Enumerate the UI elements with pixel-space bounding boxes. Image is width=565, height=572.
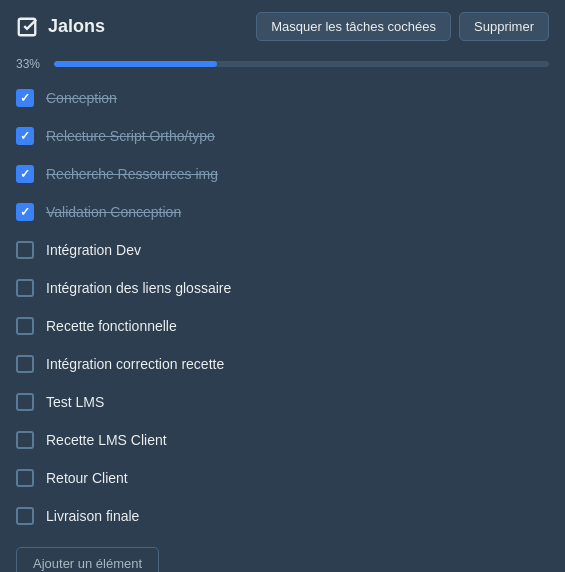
task-item: ✓Validation Conception bbox=[8, 193, 557, 231]
progress-label: 33% bbox=[16, 57, 44, 71]
task-item: ✓Conception bbox=[8, 79, 557, 117]
task-item: ✓Recherche Ressources img bbox=[8, 155, 557, 193]
task-label: Recette fonctionnelle bbox=[46, 318, 177, 334]
hide-checked-button[interactable]: Masquer les tâches cochées bbox=[256, 12, 451, 41]
checkmark-icon: ✓ bbox=[20, 129, 30, 143]
task-label: Intégration des liens glossaire bbox=[46, 280, 231, 296]
header-buttons: Masquer les tâches cochées Supprimer bbox=[256, 12, 549, 41]
milestone-icon bbox=[16, 16, 38, 38]
task-checkbox[interactable] bbox=[16, 469, 34, 487]
task-item: Recette fonctionnelle bbox=[8, 307, 557, 345]
task-checkbox[interactable]: ✓ bbox=[16, 89, 34, 107]
task-item: Intégration correction recette bbox=[8, 345, 557, 383]
page-title: Jalons bbox=[48, 16, 105, 37]
task-label: Recette LMS Client bbox=[46, 432, 167, 448]
delete-button[interactable]: Supprimer bbox=[459, 12, 549, 41]
task-checkbox[interactable] bbox=[16, 431, 34, 449]
header: Jalons Masquer les tâches cochées Suppri… bbox=[0, 0, 565, 53]
checkmark-icon: ✓ bbox=[20, 91, 30, 105]
header-left: Jalons bbox=[16, 16, 105, 38]
task-item: Livraison finale bbox=[8, 497, 557, 535]
task-checkbox[interactable] bbox=[16, 241, 34, 259]
progress-track bbox=[54, 61, 549, 67]
task-item: Intégration des liens glossaire bbox=[8, 269, 557, 307]
task-label: Intégration Dev bbox=[46, 242, 141, 258]
task-item: Intégration Dev bbox=[8, 231, 557, 269]
task-checkbox[interactable] bbox=[16, 355, 34, 373]
task-label: Retour Client bbox=[46, 470, 128, 486]
task-checkbox[interactable] bbox=[16, 393, 34, 411]
svg-rect-0 bbox=[19, 18, 36, 35]
task-label: Recherche Ressources img bbox=[46, 166, 218, 182]
task-label: Test LMS bbox=[46, 394, 104, 410]
task-item: Recette LMS Client bbox=[8, 421, 557, 459]
task-checkbox[interactable]: ✓ bbox=[16, 127, 34, 145]
progress-bar-container: 33% bbox=[0, 53, 565, 79]
task-checkbox[interactable]: ✓ bbox=[16, 203, 34, 221]
checkmark-icon: ✓ bbox=[20, 167, 30, 181]
task-item: ✓Relecture Script Ortho/typo bbox=[8, 117, 557, 155]
add-item-button[interactable]: Ajouter un élément bbox=[16, 547, 159, 572]
task-checkbox[interactable]: ✓ bbox=[16, 165, 34, 183]
milestones-container: Jalons Masquer les tâches cochées Suppri… bbox=[0, 0, 565, 572]
task-label: Relecture Script Ortho/typo bbox=[46, 128, 215, 144]
task-label: Livraison finale bbox=[46, 508, 139, 524]
task-label: Intégration correction recette bbox=[46, 356, 224, 372]
task-label: Conception bbox=[46, 90, 117, 106]
progress-fill bbox=[54, 61, 217, 67]
task-checkbox[interactable] bbox=[16, 279, 34, 297]
task-checkbox[interactable] bbox=[16, 317, 34, 335]
task-list: ✓Conception✓Relecture Script Ortho/typo✓… bbox=[0, 79, 565, 535]
task-label: Validation Conception bbox=[46, 204, 181, 220]
task-item: Test LMS bbox=[8, 383, 557, 421]
task-checkbox[interactable] bbox=[16, 507, 34, 525]
checkmark-icon: ✓ bbox=[20, 205, 30, 219]
task-item: Retour Client bbox=[8, 459, 557, 497]
